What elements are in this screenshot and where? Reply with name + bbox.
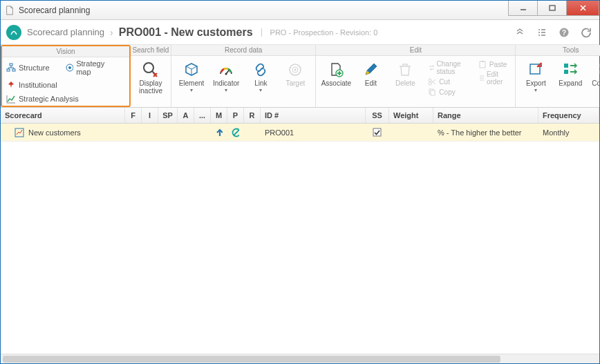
app-logo-icon[interactable] xyxy=(6,25,21,40)
breadcrumb-parent[interactable]: Scorecard planning xyxy=(27,27,104,37)
col-frequency[interactable]: Frequency xyxy=(538,108,599,123)
svg-rect-24 xyxy=(564,64,568,68)
display-inactive-button[interactable]: Display inactive xyxy=(133,59,168,96)
ribbon-group-title: Record data xyxy=(171,45,315,56)
checkbox-checked-icon xyxy=(373,128,382,137)
ribbon: Vision Structure Strategy map Institutio… xyxy=(1,45,599,108)
ribbon-group-vision: Vision Structure Strategy map Institutio… xyxy=(1,45,131,107)
svg-point-17 xyxy=(429,79,431,82)
col-more[interactable]: ... xyxy=(194,108,211,123)
maximize-button[interactable] xyxy=(537,1,566,16)
link-button[interactable]: Link ▾ xyxy=(243,59,278,95)
col-range[interactable]: Range xyxy=(433,108,538,123)
horizontal-scrollbar[interactable] xyxy=(1,354,599,363)
col-id[interactable]: ID # xyxy=(261,108,366,123)
table-row[interactable]: New customers PRO001 % - The higher the … xyxy=(1,124,599,142)
target-button: Target xyxy=(278,59,312,88)
gauge-icon xyxy=(218,61,234,78)
col-sp[interactable]: SP xyxy=(158,108,178,123)
collapse-icon xyxy=(597,61,600,78)
scrollbar-thumb[interactable] xyxy=(3,356,500,363)
breadcrumb-bar: Scorecard planning › PRO001 - New custom… xyxy=(1,20,599,45)
minimize-button[interactable] xyxy=(508,1,537,16)
export-icon xyxy=(527,61,544,78)
col-f[interactable]: F xyxy=(125,108,142,123)
col-m[interactable]: M xyxy=(211,108,227,123)
cell-id: PRO001 xyxy=(261,124,366,141)
chart-icon xyxy=(6,94,16,104)
svg-rect-21 xyxy=(480,61,485,68)
svg-rect-22 xyxy=(481,61,484,62)
close-button[interactable] xyxy=(566,1,599,16)
document-plus-icon xyxy=(328,61,344,78)
document-icon xyxy=(5,6,15,15)
swap-icon xyxy=(428,64,433,72)
ribbon-group-title: Tools xyxy=(516,45,600,56)
circle-slash-icon xyxy=(232,128,239,137)
export-button[interactable]: Export ▾ xyxy=(518,59,553,95)
collapse-button[interactable]: Collapse xyxy=(588,59,600,88)
breadcrumb-subtitle: PRO - Prospection - Revision: 0 xyxy=(261,28,378,37)
trash-icon xyxy=(397,61,413,78)
svg-point-11 xyxy=(144,63,153,73)
svg-point-18 xyxy=(429,82,431,85)
caret-down-icon: ▾ xyxy=(259,87,262,93)
vision-institutional[interactable]: Institutional xyxy=(2,78,62,92)
pin-icon xyxy=(6,80,16,90)
link-icon xyxy=(252,61,269,78)
indicator-row-icon xyxy=(15,128,24,137)
caret-down-icon: ▾ xyxy=(225,87,227,93)
vision-structure[interactable]: Structure xyxy=(2,57,61,78)
order-icon xyxy=(478,74,484,82)
cell-m[interactable] xyxy=(211,124,227,141)
refresh-icon[interactable] xyxy=(579,25,594,40)
cut-button: Cut xyxy=(428,77,467,86)
col-ss[interactable]: SS xyxy=(366,108,389,123)
edit-order-button: Edit order xyxy=(478,70,507,86)
target-icon xyxy=(65,63,73,73)
edit-mini-col1: Change status Cut Copy xyxy=(422,59,472,97)
svg-rect-25 xyxy=(564,70,568,74)
list-icon[interactable] xyxy=(534,25,550,40)
svg-rect-30 xyxy=(373,128,381,136)
svg-point-1 xyxy=(538,29,540,30)
svg-text:?: ? xyxy=(562,29,566,37)
cell-frequency: Monthly xyxy=(538,124,599,141)
col-a[interactable]: A xyxy=(178,108,194,123)
col-i[interactable]: I xyxy=(142,108,158,123)
col-scorecard[interactable]: Scorecard xyxy=(1,108,125,123)
ribbon-group-tools: Tools Export ▾ Expand Collapse xyxy=(516,45,600,107)
vision-strategy-map[interactable]: Strategy map xyxy=(61,57,120,78)
col-r[interactable]: R xyxy=(244,108,261,123)
table-header: Scorecard F I SP A ... M P R ID # SS Wei… xyxy=(1,108,599,124)
svg-point-10 xyxy=(68,66,71,69)
app-window: Scorecard planning Scorecard planning › … xyxy=(0,0,600,364)
svg-rect-20 xyxy=(431,90,435,95)
cell-scorecard: New customers xyxy=(1,124,125,141)
col-weight[interactable]: Weight xyxy=(389,108,433,123)
pencil-icon xyxy=(362,61,379,78)
vision-strategic-analysis[interactable]: Strategic Analysis xyxy=(2,92,83,106)
element-button[interactable]: Element ▾ xyxy=(174,59,209,95)
cell-ss[interactable] xyxy=(366,124,389,141)
expand-button[interactable]: Expand xyxy=(553,59,588,88)
edit-button[interactable]: Edit xyxy=(353,59,388,88)
help-icon[interactable]: ? xyxy=(556,25,572,40)
caret-down-icon: ▾ xyxy=(190,87,193,93)
associate-button[interactable]: Associate xyxy=(319,59,353,88)
ribbon-group-title: Search field xyxy=(131,45,171,56)
delete-button: Delete xyxy=(388,59,422,88)
ribbon-group-record-data: Record data Element ▾ Indicator ▾ Link ▾ xyxy=(171,45,316,107)
table-body: New customers PRO001 % - The higher the … xyxy=(1,124,599,363)
expand-icon xyxy=(562,61,579,78)
svg-rect-8 xyxy=(12,69,15,71)
collapse-up-icon[interactable] xyxy=(512,25,527,40)
ribbon-group-search: Search field Display inactive xyxy=(131,45,171,107)
indicator-button[interactable]: Indicator ▾ xyxy=(209,59,243,95)
vision-label: Structure xyxy=(19,64,50,72)
col-p[interactable]: P xyxy=(227,108,244,123)
vision-label: Strategy map xyxy=(76,59,115,76)
change-status-button: Change status xyxy=(428,60,467,75)
cell-p[interactable] xyxy=(227,124,244,141)
edit-mini-col2: Paste Edit order xyxy=(473,59,513,87)
